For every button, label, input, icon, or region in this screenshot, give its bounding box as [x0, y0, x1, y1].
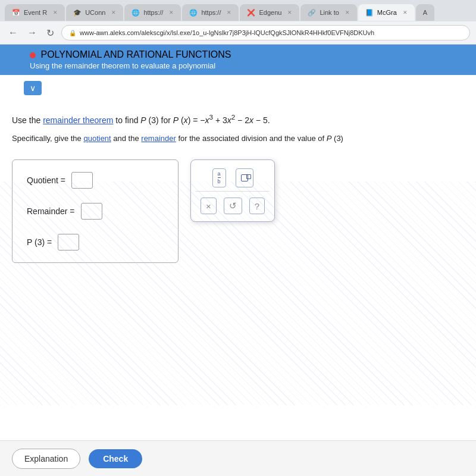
address-bar[interactable]: 🔒 www-awn.aleks.com/alekscgi/x/lsl.exe/1… — [61, 25, 470, 40]
tab-uconn-icon: 🎓 — [73, 9, 82, 17]
tab-event[interactable]: 📅 Event R ✕ — [5, 4, 65, 21]
superscript-icon — [241, 174, 248, 181]
tab-https1[interactable]: 🌐 https:// ✕ — [124, 4, 181, 21]
superscript-button[interactable] — [236, 168, 253, 187]
sub-instruction-text: Specifically, give the quotient and the … — [12, 133, 464, 145]
collapse-section: ∨ — [0, 75, 476, 101]
tab-edgenu-label: Edgenu — [259, 9, 281, 16]
red-dot-icon — [30, 52, 36, 58]
tab-uconn-label: UConn — [85, 9, 105, 16]
quotient-input[interactable] — [71, 172, 93, 189]
remainder-theorem-link[interactable]: remainder theorem — [43, 115, 113, 125]
remainder-input[interactable] — [81, 203, 102, 220]
tab-mcgra[interactable]: 📘 McGra ✕ — [358, 4, 415, 21]
tab-uconn-close[interactable]: ✕ — [111, 10, 116, 15]
quotient-link[interactable]: quotient — [83, 134, 111, 143]
math-keyboard-top: a b — [196, 165, 270, 192]
lock-icon: 🔒 — [69, 30, 76, 36]
tab-uconn[interactable]: 🎓 UConn ✕ — [66, 4, 123, 21]
remainder-label: Remainder = — [27, 206, 75, 216]
tab-linkto[interactable]: 🔗 Link to ✕ — [300, 4, 356, 21]
tab-linkto-label: Link to — [320, 9, 339, 16]
p3-input[interactable] — [58, 234, 79, 250]
undo-button[interactable]: ↺ — [224, 198, 242, 214]
question-text: Use the remainder theorem to find P (3) … — [12, 112, 464, 127]
quotient-label: Quotient = — [27, 176, 65, 185]
forward-button[interactable]: → — [25, 26, 39, 39]
p3-label: P (3) = — [27, 237, 52, 247]
fraction-button[interactable]: a b — [212, 168, 226, 187]
tab-https2-label: https:// — [201, 9, 221, 16]
tab-a[interactable]: A — [416, 4, 434, 21]
math-keyboard-bottom: × ↺ ? — [196, 195, 270, 217]
tab-https2-close[interactable]: ✕ — [227, 10, 231, 15]
tab-linkto-close[interactable]: ✕ — [345, 10, 350, 15]
collapse-button[interactable]: ∨ — [24, 81, 42, 95]
answer-box: Quotient = Remainder = P (3) = — [12, 159, 178, 263]
tab-https1-icon: 🌐 — [131, 9, 140, 17]
tab-event-label: Event R — [24, 9, 47, 16]
reload-button[interactable]: ↻ — [44, 26, 57, 40]
topic-label-text: POLYNOMIAL AND RATIONAL FUNCTIONS — [40, 49, 231, 60]
url-text: www-awn.aleks.com/alekscgi/x/lsl.exe/1o_… — [80, 29, 374, 36]
address-bar-row: ← → ↻ 🔒 www-awn.aleks.com/alekscgi/x/lsl… — [0, 21, 476, 44]
quotient-row: Quotient = — [27, 172, 164, 189]
tab-mcgra-close[interactable]: ✕ — [403, 10, 408, 15]
topic-label: POLYNOMIAL AND RATIONAL FUNCTIONS — [30, 49, 231, 60]
tab-https1-close[interactable]: ✕ — [169, 10, 174, 15]
bottom-bar: Explanation Check — [0, 440, 476, 476]
tab-https2-icon: 🌐 — [189, 9, 198, 17]
tab-edgenu-icon: ❌ — [247, 9, 255, 17]
clear-button[interactable]: × — [201, 198, 217, 214]
math-keyboard: a b × ↺ ? — [190, 159, 275, 222]
tab-bar: 📅 Event R ✕ 🎓 UConn ✕ 🌐 https:// ✕ 🌐 htt… — [0, 0, 476, 21]
tab-mcgra-icon: 📘 — [365, 9, 374, 17]
question-area: Use the remainder theorem to find P (3) … — [0, 101, 476, 159]
remainder-row: Remainder = — [27, 203, 164, 220]
header-text-block: POLYNOMIAL AND RATIONAL FUNCTIONS Using … — [30, 49, 231, 70]
fraction-icon: a b — [218, 171, 221, 184]
tab-event-close[interactable]: ✕ — [53, 10, 58, 15]
browser-chrome: 📅 Event R ✕ 🎓 UConn ✕ 🌐 https:// ✕ 🌐 htt… — [0, 0, 476, 45]
tab-edgenu[interactable]: ❌ Edgenu ✕ — [240, 4, 299, 21]
p3-row: P (3) = — [27, 234, 164, 250]
tab-a-label: A — [423, 9, 427, 16]
hamburger-icon[interactable]: ≡ — [10, 93, 16, 106]
tab-edgenu-close[interactable]: ✕ — [287, 10, 292, 15]
check-button[interactable]: Check — [89, 449, 142, 468]
back-button[interactable]: ← — [6, 26, 20, 39]
topic-title: Using the remainder theorem to evaluate … — [30, 61, 231, 70]
remainder-link[interactable]: remainder — [141, 134, 176, 143]
tab-event-icon: 📅 — [12, 9, 20, 17]
tab-mcgra-label: McGra — [377, 9, 397, 16]
tab-https1-label: https:// — [143, 9, 163, 16]
explanation-button[interactable]: Explanation — [12, 449, 80, 469]
answer-section: Quotient = Remainder = P (3) = a b — [0, 159, 476, 263]
tab-https2[interactable]: 🌐 https:// ✕ — [182, 4, 239, 21]
aleks-header: ≡ POLYNOMIAL AND RATIONAL FUNCTIONS Usin… — [0, 45, 476, 75]
main-content: ≡ POLYNOMIAL AND RATIONAL FUNCTIONS Usin… — [0, 45, 476, 441]
tab-linkto-icon: 🔗 — [308, 9, 316, 17]
help-button[interactable]: ? — [249, 198, 265, 214]
